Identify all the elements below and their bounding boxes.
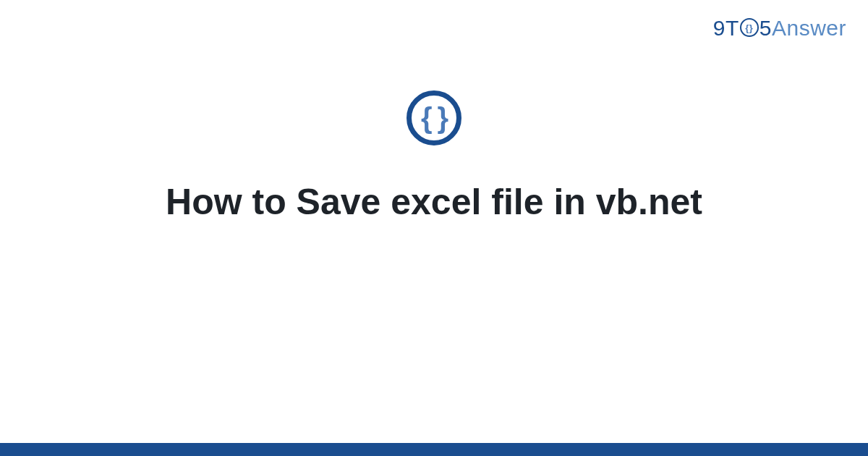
- category-icon: { }: [407, 90, 461, 145]
- footer-bar: [0, 443, 868, 456]
- logo-circle-icon: {}: [740, 18, 759, 37]
- logo-braces-small: {}: [745, 23, 753, 33]
- main-content: { } How to Save excel file in vb.net: [0, 90, 868, 224]
- page-title: How to Save excel file in vb.net: [166, 180, 702, 224]
- braces-icon: { }: [421, 104, 447, 132]
- logo-text-5: 5: [760, 16, 772, 41]
- logo-text-9t: 9T: [713, 16, 739, 41]
- logo-text-answer: Answer: [772, 16, 846, 41]
- site-logo: 9T{}5Answer: [713, 16, 846, 41]
